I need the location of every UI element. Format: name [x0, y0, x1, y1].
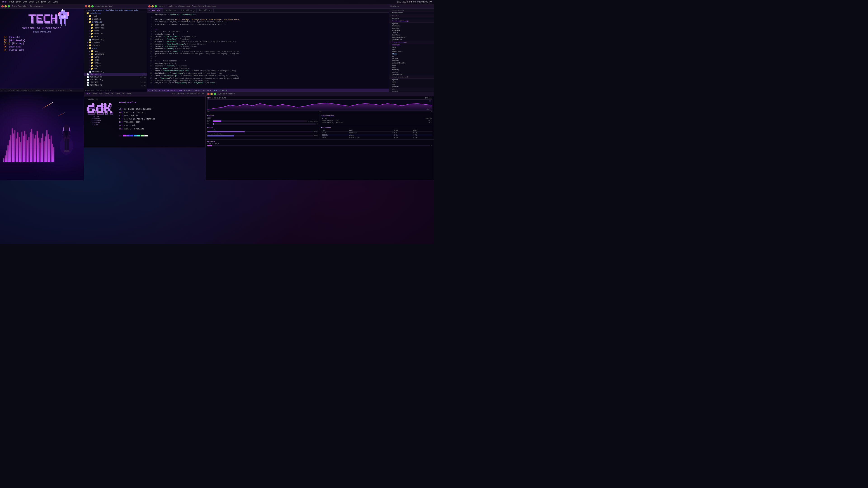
- eq-bar-28: [41, 138, 42, 162]
- code-line-10: system = "x86_64-linux"; # system arch: [155, 35, 388, 38]
- tree-item-pkgs[interactable]: ▸📁 pkgs: [84, 59, 147, 61]
- eq-bar-37: [53, 147, 54, 162]
- memory-bar-row: RAM: 9% 5.7618/62.018: [207, 120, 318, 123]
- swatch-1: [119, 135, 122, 136]
- rs-item-spawnedit[interactable]: spawnEditor: [389, 73, 434, 75]
- tree-item-app[interactable]: ▸📁 app: [84, 50, 147, 53]
- sysmon-min-btn[interactable]: [211, 93, 213, 95]
- tree-item-flakelock[interactable]: 📄flake.lock22.5k: [84, 76, 147, 78]
- rs-item-np-system[interactable]: system: [389, 78, 434, 81]
- maximize-btn[interactable]: [8, 5, 10, 7]
- rs-item-profile[interactable]: profile: [389, 27, 434, 29]
- tab-harden[interactable]: harden.sh: [163, 8, 179, 12]
- browser-link-newtab[interactable]: [t] [New tab]: [4, 45, 80, 48]
- tree-item-dotfiles[interactable]: ▾📁 .dotfiles: [84, 12, 147, 15]
- rs-section-outputs: ▾ outputs: [389, 14, 434, 17]
- proc-pid-1: 2520: [321, 132, 348, 134]
- rs-item-email[interactable]: email: [389, 48, 434, 51]
- rs-item-bootmountpath[interactable]: bootMountPath: [389, 36, 434, 38]
- rs-item-system[interactable]: system: [389, 23, 434, 25]
- rs-item-bootmode[interactable]: bootMode: [389, 34, 434, 36]
- rs-item-editor[interactable]: editor: [389, 71, 434, 73]
- disk-label-2: /dev/dm-0 /nix/store: [207, 133, 318, 135]
- rs-item-description[interactable]: description: [389, 12, 434, 14]
- tree-item-system[interactable]: ▸📁 system: [84, 41, 147, 44]
- wifi-status: 28: [48, 1, 51, 3]
- code-line-3: outputs = inputs@{ self, nixpkgs, nixpkg…: [155, 19, 388, 21]
- tree-item-homelab[interactable]: ▸📁 home.lab: [84, 24, 147, 26]
- rs-item-fontpkg[interactable]: fontPkg: [389, 69, 434, 71]
- tree-item-patches[interactable]: ▸📁 patches: [84, 18, 147, 21]
- tree-item-profiles[interactable]: ▾📁 profiles: [84, 21, 147, 24]
- eq-bar-15: [23, 136, 24, 162]
- sysmon-close-btn[interactable]: [207, 93, 210, 95]
- tree-item-worklab[interactable]: ▸📁 worklab: [84, 32, 147, 35]
- editor-producer: Producer.p/LibrePhoenix.p: [184, 89, 211, 91]
- rs-item-wm[interactable]: wm: [389, 55, 434, 57]
- rs-item-wmtype[interactable]: wmType: [389, 57, 434, 60]
- rs-item-outputs[interactable]: outputs: [389, 17, 434, 20]
- tree-item-themes[interactable]: ▸📁 themes: [84, 44, 147, 47]
- rs-item-theme[interactable]: theme: [389, 53, 434, 55]
- tab-installorg[interactable]: install.org: [178, 8, 196, 12]
- rs-item-name[interactable]: name: [389, 46, 434, 48]
- tree-item-work[interactable]: ▸📁 work: [84, 29, 147, 32]
- minimize-btn[interactable]: [4, 5, 7, 7]
- rs-item-username[interactable]: username: [389, 44, 434, 46]
- rs-item-np-name[interactable]: name: [389, 81, 434, 83]
- fm-close-btn[interactable]: [85, 5, 87, 7]
- tab-flakenix[interactable]: flake.nix: [147, 8, 163, 12]
- rs-item-hostname[interactable]: hostname: [389, 25, 434, 27]
- editor-min-btn[interactable]: [151, 5, 154, 7]
- swatch-5: [133, 135, 137, 136]
- tree-item-hardware[interactable]: ▸📁 hardware: [84, 53, 147, 56]
- tree-item-readme-root[interactable]: 📄README.org3.4k: [84, 84, 147, 87]
- tree-item-wsl[interactable]: ▸📁 wsl: [84, 35, 147, 38]
- browser-link-search[interactable]: [o] [Search]: [4, 36, 80, 38]
- nf-blank: [119, 131, 204, 134]
- tree-item-license[interactable]: 📄LICENSE34.2k: [84, 81, 147, 84]
- tree-item-flakenix[interactable]: 📄flake.nix2.7k: [84, 73, 147, 76]
- rs-item-dotfilesdir[interactable]: dotfilesDir: [389, 51, 434, 53]
- eq-bar-33: [48, 134, 49, 162]
- sysmon-max-btn[interactable]: [214, 93, 216, 95]
- rs-item-defaultroamdir[interactable]: defaultRoamDir: [389, 62, 434, 64]
- cpu-status: Tech 100%: [9, 1, 21, 3]
- rs-item-np-src[interactable]: src: [389, 83, 434, 86]
- tree-item-readme-user[interactable]: 📄README.org: [84, 70, 147, 73]
- tree-item-git[interactable]: ▸📁 .git: [84, 15, 147, 18]
- browser-link-closetab[interactable]: [x] [Close tab]: [4, 48, 80, 51]
- editor-close-btn[interactable]: [148, 5, 151, 7]
- color-swatches: [119, 135, 204, 136]
- tree-item-installorg[interactable]: 📄install.org: [84, 78, 147, 81]
- disk-bar-1: 504GB: [207, 131, 318, 133]
- browser-link-history[interactable]: [S h] [History]: [4, 42, 80, 45]
- tree-item-style[interactable]: ▸📁 style: [84, 64, 147, 67]
- tree-item-readme-profiles[interactable]: 📄README.org: [84, 38, 147, 41]
- close-btn[interactable]: [1, 5, 4, 7]
- editor-max-btn[interactable]: [155, 5, 157, 7]
- tree-item-wm[interactable]: ▸📁 wm: [84, 67, 147, 70]
- rs-item-grubdevice[interactable]: grubDevice: [389, 38, 434, 41]
- processes-title: Processes: [321, 127, 433, 129]
- tab-installsh[interactable]: install.sh: [197, 8, 214, 12]
- browser-link-quickmarks[interactable]: [b] [Quickmarks]: [4, 39, 80, 41]
- tree-item-user[interactable]: ▾📁 user: [84, 47, 147, 50]
- fm-min-btn[interactable]: [88, 5, 90, 7]
- neofetch-info-container: ██╗ ██╗██╗ ██╗ ██████║ ██████╗██║ ██╔╝ █…: [86, 101, 204, 136]
- net-bar-1: 0%: [207, 145, 432, 147]
- rs-item-browser[interactable]: browser: [389, 60, 434, 62]
- tree-item-lang[interactable]: ▸📁 lang: [84, 56, 147, 59]
- rs-item-font[interactable]: font: [389, 66, 434, 69]
- tree-item-personal[interactable]: ▸📁 personal: [84, 26, 147, 29]
- tree-item-shell[interactable]: ▸📁 shell: [84, 61, 147, 64]
- disk-bar-container-2: [207, 135, 313, 136]
- swatch-4: [130, 135, 133, 136]
- rs-item-np-patches[interactable]: patches: [389, 86, 434, 88]
- rs-item-term[interactable]: term: [389, 64, 434, 66]
- rs-item-locale[interactable]: locale: [389, 32, 434, 34]
- rs-item-timezone[interactable]: timezone: [389, 29, 434, 32]
- cpu-stats: ~ 1.53 1.14 0.78: [211, 97, 225, 99]
- fm-max-btn[interactable]: [91, 5, 94, 7]
- btb-right: Sat 2024-03-09 05:06:00 PM: [172, 93, 204, 95]
